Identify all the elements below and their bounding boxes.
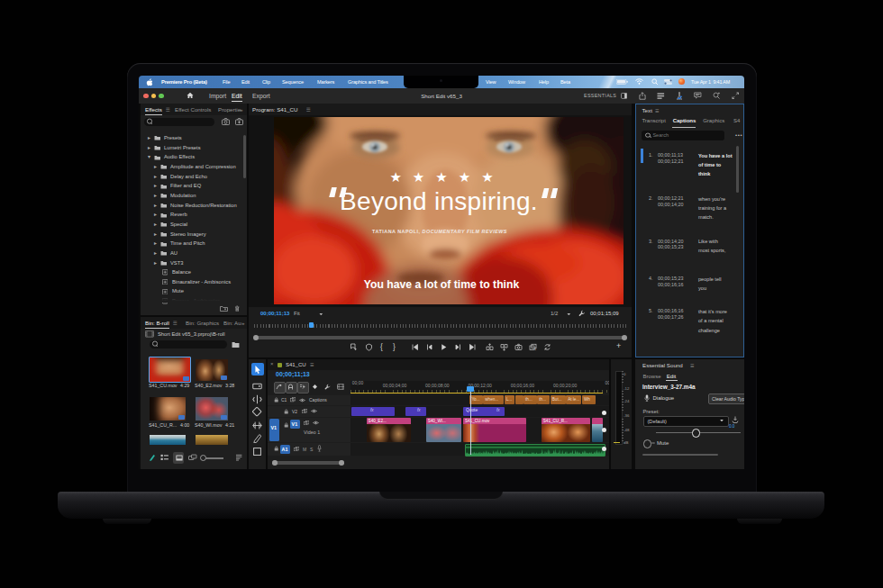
- svg-text:1: 1: [534, 348, 536, 351]
